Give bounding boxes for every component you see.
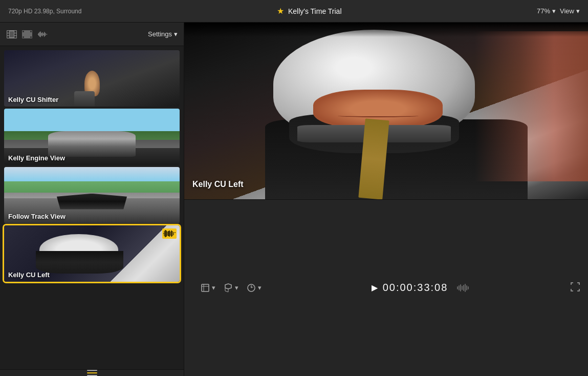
top-bar-right: 77% ▾ View ▾ xyxy=(537,7,580,15)
svg-rect-1 xyxy=(7,31,9,33)
top-bar: 720p HD 23.98p, Surround ★ Kelly's Time … xyxy=(0,0,588,23)
clip-item-kelly-cu-left[interactable]: Kelly CU Left xyxy=(4,225,180,282)
video-background: Kelly CU Left xyxy=(184,23,588,199)
menu-line-2 xyxy=(87,372,97,373)
speed-button[interactable]: ▾ xyxy=(247,283,262,293)
chevron-down-icon: ▾ xyxy=(552,7,556,15)
clip-label-engine: Kelly Engine View xyxy=(8,154,65,162)
toolbar-icons xyxy=(6,30,48,38)
waveform-display xyxy=(457,284,469,292)
waveform-bar-7 xyxy=(466,285,467,290)
clip-label-track: Follow Track View xyxy=(8,213,66,220)
zoom-button[interactable]: 77% ▾ xyxy=(537,7,556,15)
waveform-icon[interactable] xyxy=(37,30,48,38)
star-icon: ★ xyxy=(277,6,284,16)
svg-rect-7 xyxy=(10,31,14,37)
view-button[interactable]: View ▾ xyxy=(560,7,580,15)
waveform-bar-1 xyxy=(457,286,458,289)
svg-rect-10 xyxy=(23,36,24,38)
format-info: 720p HD 23.98p, Surround xyxy=(8,8,81,15)
project-title-area: ★ Kelly's Time Trial xyxy=(277,6,342,16)
svg-rect-2 xyxy=(7,33,9,35)
clip-item-kelly-cu-shifter[interactable]: Kelly CU Shifter xyxy=(4,50,180,107)
crop-tool-button[interactable]: ▾ xyxy=(201,283,215,293)
right-panel: Kelly CU Left ▾ xyxy=(184,23,588,376)
panel-toolbar: Settings ▾ xyxy=(0,23,184,46)
menu-line-1 xyxy=(87,370,97,371)
clip-badge-icon xyxy=(162,228,177,241)
transform-button[interactable]: ▾ xyxy=(224,283,238,293)
waveform-bar-3 xyxy=(460,284,461,291)
window-blur-right xyxy=(475,31,588,181)
project-title: Kelly's Time Trial xyxy=(288,7,342,15)
svg-rect-4 xyxy=(14,31,16,33)
waveform-bar-8 xyxy=(468,286,469,289)
filmstrip-icon[interactable] xyxy=(6,30,17,38)
video-preview: Kelly CU Left xyxy=(184,23,588,199)
waveform-bar-6 xyxy=(465,284,466,292)
video-overlay-label: Kelly CU Left xyxy=(192,180,244,189)
clip-label-kelly-left: Kelly CU Left xyxy=(8,271,50,279)
playback-left-icons: ▾ ▾ ▾ xyxy=(192,283,270,293)
transform-chevron-icon: ▾ xyxy=(235,284,238,291)
svg-rect-3 xyxy=(7,36,9,38)
top-vignette xyxy=(184,23,588,37)
fullscreen-button[interactable] xyxy=(571,282,580,294)
svg-rect-5 xyxy=(14,33,16,35)
svg-rect-36 xyxy=(202,284,209,291)
film-icon[interactable] xyxy=(21,30,33,38)
person-with-helmet xyxy=(184,23,588,199)
waveform-bar-4 xyxy=(462,286,463,290)
play-button[interactable]: ▶ xyxy=(372,283,378,293)
timecode-display: 00:00:33:08 xyxy=(383,282,448,294)
svg-rect-11 xyxy=(30,31,32,32)
left-panel-bottom xyxy=(0,369,184,376)
svg-rect-6 xyxy=(14,36,16,38)
main-layout: Settings ▾ Kelly CU Shifter Kelly Engine… xyxy=(0,23,588,376)
clip-item-follow-track-view[interactable]: Follow Track View xyxy=(4,167,180,223)
clip-label-shifter: Kelly CU Shifter xyxy=(8,96,58,103)
crop-chevron-icon: ▾ xyxy=(212,284,215,291)
list-menu-button[interactable] xyxy=(87,370,97,376)
chevron-down-icon-view: ▾ xyxy=(576,7,580,15)
settings-chevron-icon: ▾ xyxy=(174,30,178,38)
svg-rect-12 xyxy=(30,36,32,38)
speed-chevron-icon: ▾ xyxy=(258,284,262,291)
waveform-bar-5 xyxy=(463,285,464,291)
clip-list: Kelly CU Shifter Kelly Engine View Follo… xyxy=(0,46,184,369)
svg-rect-9 xyxy=(23,31,24,32)
settings-button[interactable]: Settings ▾ xyxy=(148,30,178,38)
clip-item-kelly-engine-view[interactable]: Kelly Engine View xyxy=(4,109,180,165)
left-panel: Settings ▾ Kelly CU Shifter Kelly Engine… xyxy=(0,23,184,376)
playback-center: ▶ 00:00:33:08 xyxy=(372,282,469,294)
waveform-bar-2 xyxy=(459,285,460,290)
playback-toolbar: ▾ ▾ ▾ xyxy=(184,199,588,377)
